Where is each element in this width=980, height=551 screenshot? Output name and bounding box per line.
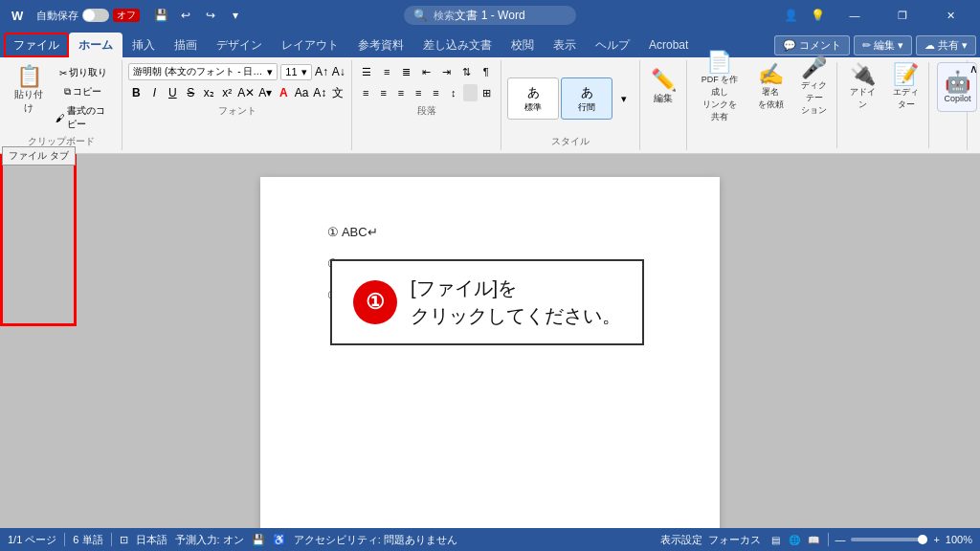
- document-area: ① ABC↵ ② DEF↵ ③ GHI↵ ① [ファイル]を クリックしてくださ…: [0, 154, 980, 551]
- sort-button[interactable]: ⇅: [457, 62, 476, 81]
- addin-button[interactable]: 🔌 アドイン: [841, 62, 883, 112]
- distribute-button[interactable]: ≡: [428, 83, 443, 102]
- undo-icon-btn[interactable]: ↩: [174, 4, 197, 27]
- zoom-slider[interactable]: [851, 538, 927, 541]
- ribbon-toolbar: 📋 貼り付け ✂ 切り取り ⧉ コピー 🖌 書式のコピー: [0, 57, 980, 154]
- aa-button[interactable]: Aa: [294, 83, 309, 102]
- style-normal-button[interactable]: あ 標準: [507, 77, 559, 120]
- superscript-button[interactable]: x²: [219, 83, 234, 102]
- clipboard-group: 📋 貼り付け ✂ 切り取り ⧉ コピー 🖌 書式のコピー: [0, 60, 122, 150]
- edit-button-group[interactable]: ✏️ 編集: [645, 62, 682, 112]
- zoom-plus-btn[interactable]: +: [933, 534, 939, 545]
- font-size-value: 11: [285, 66, 297, 77]
- align-center-button[interactable]: ≡: [375, 83, 390, 102]
- style-noSpacing-button[interactable]: あ 行間: [561, 77, 612, 120]
- sign-button[interactable]: ✍ 署名を依頼: [752, 62, 790, 112]
- show-formatting-button[interactable]: ¶: [477, 62, 495, 81]
- cut-button[interactable]: ✂ 切り取り: [52, 64, 114, 81]
- format-label: 書式のコピー: [67, 104, 110, 131]
- ribbon-collapse-button[interactable]: ∧: [968, 60, 980, 150]
- prediction-status: 予測入力: オン: [175, 533, 244, 547]
- restore-button[interactable]: ❐: [880, 0, 924, 31]
- pdf-create-button[interactable]: 📄 PDF を作成しリンクを共有: [693, 62, 746, 112]
- pdf-label: PDF を作成しリンクを共有: [699, 74, 740, 123]
- focus-btn[interactable]: フォーカス: [708, 533, 761, 547]
- tab-draw[interactable]: 描画: [165, 33, 207, 57]
- increase-indent-button[interactable]: ⇥: [437, 62, 456, 81]
- bold-button[interactable]: B: [128, 83, 144, 102]
- format-paint-button[interactable]: 🖌 書式のコピー: [52, 102, 114, 133]
- view-setting-btn[interactable]: 表示設定: [660, 533, 702, 547]
- phonetic-button[interactable]: 文: [330, 83, 345, 102]
- read-mode-btn[interactable]: 📖: [805, 531, 822, 548]
- justify-button[interactable]: ≡: [411, 83, 426, 102]
- comment-button[interactable]: 💬 コメント: [774, 35, 850, 55]
- minimize-button[interactable]: —: [833, 0, 877, 31]
- print-layout-btn[interactable]: ▤: [767, 531, 784, 548]
- font-size-dropdown[interactable]: 11 ▾: [280, 64, 311, 80]
- align-right-button[interactable]: ≡: [393, 83, 409, 102]
- style-group: あ 標準 あ 行間 ▾ スタイル: [501, 60, 640, 150]
- status-sep-3: [828, 533, 829, 546]
- user-icon-btn[interactable]: 👤: [779, 4, 802, 27]
- tab-mailings[interactable]: 差し込み文書: [413, 33, 501, 57]
- document-page[interactable]: ① ABC↵ ② DEF↵ ③ GHI↵: [260, 177, 720, 544]
- align-left-button[interactable]: ≡: [358, 83, 373, 102]
- autosave-toggle[interactable]: [82, 9, 109, 22]
- tab-review[interactable]: 校閲: [501, 33, 544, 57]
- paste-label: 貼り付け: [13, 88, 44, 115]
- save-icon-btn[interactable]: 💾: [149, 4, 172, 27]
- bullet-list-button[interactable]: ☰: [358, 62, 376, 81]
- tab-home[interactable]: ホーム: [69, 33, 122, 57]
- tab-view[interactable]: 表示: [544, 33, 586, 57]
- edit-button[interactable]: ✏ 編集 ▾: [854, 35, 912, 55]
- tab-insert[interactable]: 挿入: [122, 33, 165, 57]
- increase-font-size-button[interactable]: A↑: [315, 62, 329, 81]
- font-case-button[interactable]: A↕: [312, 83, 327, 102]
- lang-status: ⊡: [120, 534, 128, 546]
- web-layout-btn[interactable]: 🌐: [786, 531, 803, 548]
- font-dropdown-arrow: ▾: [267, 66, 273, 78]
- italic-button[interactable]: I: [146, 83, 162, 102]
- numbered-list-button[interactable]: ≡: [378, 62, 396, 81]
- customize-icon-btn[interactable]: ▾: [224, 4, 247, 27]
- underline-button[interactable]: U: [165, 83, 180, 102]
- cut-label: 切り取り: [69, 66, 107, 79]
- decrease-indent-button[interactable]: ⇤: [417, 62, 435, 81]
- tab-references[interactable]: 参考資料: [348, 33, 413, 57]
- shading-button[interactable]: [463, 84, 478, 101]
- zoom-minus-btn[interactable]: —: [835, 534, 845, 545]
- share-button[interactable]: ☁ 共有 ▾: [916, 35, 976, 55]
- tab-help[interactable]: ヘルプ: [586, 33, 639, 57]
- dictate-button[interactable]: 🎤 ディクテーション: [795, 62, 833, 112]
- title-bar: W 自動保存 オフ 💾 ↩ ↪ ▾ 🔍 文書 1 - Word 👤 💡 — ❐ …: [0, 0, 980, 31]
- decrease-font-size-button[interactable]: A↓: [331, 62, 345, 81]
- subscript-button[interactable]: x₂: [201, 83, 216, 102]
- redo-icon-btn[interactable]: ↪: [199, 4, 222, 27]
- tab-layout[interactable]: レイアウト: [272, 33, 348, 57]
- addin-icon: 🔌: [850, 64, 876, 85]
- svg-text:W: W: [11, 9, 24, 23]
- doc-num-1: ①: [327, 225, 342, 239]
- close-button[interactable]: ✕: [928, 0, 972, 31]
- font-color-button[interactable]: A: [276, 83, 291, 102]
- strikethrough-button[interactable]: S: [183, 83, 198, 102]
- style-dropdown-btn[interactable]: ▾: [614, 89, 634, 108]
- tab-acrobat[interactable]: Acrobat: [639, 33, 698, 57]
- copy-button[interactable]: ⧉ コピー: [52, 83, 114, 100]
- callout-line2: クリックしてください。: [411, 302, 621, 330]
- font-name-dropdown[interactable]: 游明朝 (本文のフォント - 日本語) ▾: [128, 63, 278, 80]
- multilevel-list-button[interactable]: ≣: [398, 62, 416, 81]
- tab-file[interactable]: ファイル: [4, 33, 69, 57]
- tab-design[interactable]: デザイン: [207, 33, 272, 57]
- highlight-button[interactable]: A▾: [257, 83, 273, 102]
- line-spacing-button[interactable]: ↕: [446, 83, 461, 102]
- paste-button[interactable]: 📋 貼り付け: [8, 62, 50, 119]
- font-name-value: 游明朝 (本文のフォント - 日本語): [133, 65, 267, 78]
- borders-button[interactable]: ⊞: [479, 83, 495, 102]
- clear-format-button[interactable]: A✕: [237, 83, 255, 102]
- app-logo: W: [8, 5, 29, 26]
- lightbulb-icon-btn[interactable]: 💡: [806, 4, 829, 27]
- zoom-level: 100%: [946, 534, 972, 545]
- editor-button[interactable]: 📝 エディター: [887, 62, 924, 112]
